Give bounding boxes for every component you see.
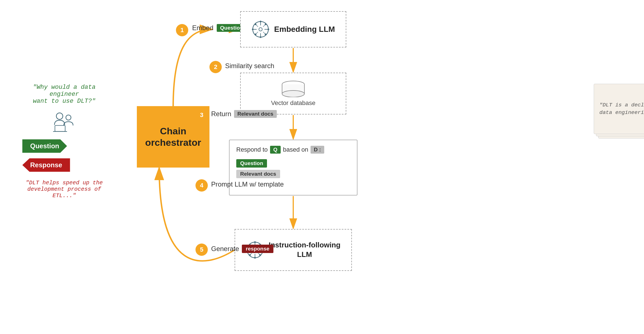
d-tag: D : (311, 146, 324, 154)
svg-point-19 (268, 28, 269, 30)
step5-text: Generate (211, 245, 239, 253)
step3-tag: Relevant docs (234, 110, 277, 118)
vector-db-box: Vector database (240, 73, 346, 114)
svg-point-7 (66, 115, 71, 120)
prompt-tags: Question Relevant docs (236, 158, 350, 178)
svg-point-25 (265, 23, 266, 25)
response-arrow: Response (22, 158, 70, 172)
db-cylinder: Vector database (271, 80, 315, 107)
svg-point-17 (260, 36, 261, 38)
respond-to-text: Respond to (236, 146, 268, 153)
embedding-llm-icon (252, 20, 270, 39)
svg-point-18 (252, 28, 254, 30)
step2-label: Similarity search (225, 62, 274, 70)
svg-point-50 (259, 254, 261, 256)
doc-quote: "DLT is a declarative data engineering .… (599, 101, 644, 116)
step1-badge: 1 (176, 24, 188, 36)
user-icon (50, 110, 78, 134)
step4-label: Prompt LLM w/ template (211, 180, 284, 188)
question-row: Question (22, 139, 106, 153)
embedding-llm-title: Embedding LLM (274, 25, 335, 34)
svg-point-26 (255, 34, 256, 35)
svg-point-27 (265, 34, 266, 35)
svg-point-40 (254, 257, 256, 259)
relevant-docs-tag: Relevant docs (236, 170, 280, 178)
svg-point-49 (249, 254, 251, 256)
user-question-text: "Why would a data engineer want to use D… (17, 84, 112, 105)
svg-point-6 (56, 113, 63, 119)
step3-text: Return (211, 110, 231, 118)
step2-badge: 2 (209, 61, 222, 73)
svg-rect-8 (55, 125, 65, 132)
question-arrow: Question (22, 139, 67, 153)
svg-point-30 (282, 90, 304, 97)
step3-badge: 3 (195, 109, 208, 121)
chain-orchestrator-label: Chain orchestrator (145, 125, 201, 148)
vector-db-label: Vector database (271, 99, 315, 107)
embedding-llm-box: Embedding LLM (240, 11, 346, 47)
svg-point-39 (254, 241, 256, 243)
step5-badge: 5 (195, 244, 208, 256)
step1-text: Embed (192, 24, 213, 32)
svg-point-24 (255, 23, 256, 25)
step3-label: Return Relevant docs (211, 110, 277, 118)
svg-point-16 (260, 21, 261, 22)
step4-badge: 4 (195, 179, 208, 192)
diagram-container: "Why would a data engineer want to use D… (0, 0, 644, 334)
prompt-line1: Respond to Q based on D : (236, 146, 350, 154)
cylinder-icon (281, 80, 306, 97)
doc-page-front: "DLT is a declarative data engineering .… (594, 84, 644, 134)
response-text: "DLT helps speed up the development proc… (17, 180, 112, 199)
svg-point-11 (259, 28, 262, 31)
step5-label: Generate response (211, 245, 273, 253)
user-section: "Why would a data engineer want to use D… (17, 84, 112, 199)
question-tag: Question (236, 159, 267, 168)
instruction-llm-title: Instruction-following LLM (269, 240, 340, 259)
response-row: Response (22, 158, 106, 172)
based-on-text: based on (283, 146, 308, 153)
q-tag: Q (270, 146, 281, 154)
step1-label: Embed Question (192, 24, 246, 32)
step5-tag: response (242, 245, 273, 253)
